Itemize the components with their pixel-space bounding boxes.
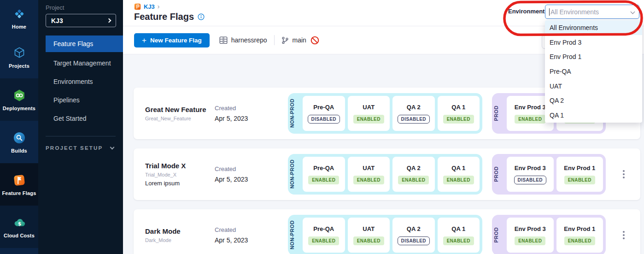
environment-card[interactable]: UAT ENABLED [348, 96, 390, 131]
cloud-costs-icon: $ [12, 216, 26, 230]
rail-item-feature-flags[interactable]: Feature Flags [0, 163, 38, 206]
environment-card[interactable]: QA 1 ENABLED [438, 218, 480, 253]
rail-item-home[interactable]: Home [0, 0, 38, 36]
rail-item-label: Cloud Costs [4, 233, 35, 238]
breadcrumb: KJ3 › [134, 3, 160, 10]
flag-id: Trial_Mode_X [145, 172, 186, 177]
prod-environments: PROD Env Prod 3 DISABLED Env Prod 1 ENAB… [492, 154, 606, 195]
module-rail: Home Projects Deployments Builds Feature… [0, 0, 38, 254]
environment-card[interactable]: Env Prod 1 ENABLED [556, 157, 603, 192]
info-icon[interactable] [198, 13, 205, 20]
branch-selector[interactable]: main [281, 36, 306, 44]
breadcrumb-project-link[interactable]: KJ3 [144, 3, 155, 10]
environment-state-badge: ENABLED [515, 236, 545, 245]
sidebar-item-pipelines[interactable]: Pipelines [46, 91, 123, 109]
environment-option[interactable]: Env Prod 3 [545, 35, 642, 50]
environment-name: Env Prod 3 [515, 104, 546, 111]
environment-card[interactable]: UAT ENABLED [348, 157, 390, 192]
environment-card[interactable]: Pre-QA ENABLED [303, 157, 345, 192]
repo-name: harnessrepo [231, 36, 267, 44]
environment-name: QA 1 [451, 165, 465, 171]
nonprod-section-label: NON-PROD [289, 220, 300, 249]
environment-option[interactable]: Env Prod 1 [545, 49, 642, 64]
environment-filter-label: Environment [508, 8, 544, 15]
environment-card[interactable]: Env Prod 3 DISABLED [507, 157, 554, 192]
environment-name: Pre-QA [313, 104, 334, 111]
nonprod-section-label: NON-PROD [289, 99, 300, 128]
project-nav-list: Feature Flags Target Management Environm… [38, 35, 123, 128]
created-label: Created [215, 105, 248, 112]
environment-state-badge: DISABLED [514, 176, 546, 184]
row-menu-button[interactable] [619, 228, 629, 242]
row-menu-button[interactable] [619, 167, 629, 181]
rail-item-builds[interactable]: Builds [0, 121, 38, 163]
new-feature-flag-button[interactable]: + New Feature Flag [134, 33, 210, 47]
prod-section-label: PROD [493, 106, 504, 121]
rail-item-projects[interactable]: Projects [0, 36, 38, 78]
environment-card[interactable]: QA 1 ENABLED [438, 96, 480, 131]
environment-card[interactable]: Pre-QA ENABLED [303, 218, 345, 253]
harness-ff-logo-icon [134, 3, 141, 10]
repo-selector[interactable]: harnessrepo [219, 36, 267, 44]
environment-state-badge: ENABLED [353, 176, 384, 184]
chevron-down-icon[interactable] [631, 10, 635, 14]
deployments-icon [12, 89, 26, 102]
environment-name: UAT [363, 165, 375, 171]
project-setup-toggle[interactable]: PROJECT SETUP [46, 145, 114, 151]
created-date: Apr 5, 2023 [215, 176, 248, 183]
environment-state-badge: ENABLED [443, 176, 474, 184]
flag-id: Dark_Mode [145, 237, 181, 243]
flag-name: Dark Mode [145, 227, 181, 235]
rail-item-cloud-costs[interactable]: $ Cloud Costs [0, 206, 38, 248]
environment-card[interactable]: QA 2 DISABLED [392, 96, 435, 131]
feature-flag-row[interactable]: Trial Mode X Trial_Mode_X Lorem ipsum Cr… [134, 148, 640, 200]
environment-card[interactable]: QA 2 ENABLED [392, 157, 435, 192]
environment-card[interactable]: QA 2 DISABLED [392, 218, 435, 253]
nonprod-environments: NON-PROD Pre-QA ENABLED UAT ENABLED QA 2… [288, 154, 482, 195]
sidebar-item-get-started[interactable]: Get Started [46, 109, 123, 128]
environment-name: QA 2 [407, 104, 421, 111]
environment-option[interactable]: Pre-QA [545, 64, 642, 79]
feature-flag-row[interactable]: Dark Mode Dark_Mode Created Apr 5, 2023 … [134, 209, 640, 254]
flag-info: Great New Feature Great_New_Feature [145, 106, 206, 121]
sidebar-item-environments[interactable]: Environments [46, 72, 123, 91]
svg-text:$: $ [18, 221, 21, 226]
environment-name: QA 1 [451, 225, 465, 232]
environment-state-badge: DISABLED [398, 115, 430, 124]
environment-card[interactable]: Env Prod 3 ENABLED [507, 218, 554, 253]
environment-card[interactable]: Env Prod 1 ENABLED [556, 218, 603, 253]
environment-state-badge: ENABLED [515, 115, 545, 124]
nonprod-section-label: NON-PROD [289, 159, 300, 189]
created-date: Apr 5, 2023 [215, 236, 248, 244]
environment-card[interactable]: QA 1 ENABLED [438, 157, 480, 192]
prod-section-label: PROD [493, 227, 504, 242]
project-selector[interactable]: KJ3 [46, 14, 116, 27]
environment-state-badge: ENABLED [564, 236, 595, 245]
environment-option[interactable]: UAT [545, 79, 642, 94]
no-entry-icon[interactable] [310, 36, 319, 45]
rail-item-label: Feature Flags [2, 190, 36, 196]
environment-state-badge: ENABLED [353, 115, 384, 124]
environment-state-badge: DISABLED [308, 115, 340, 124]
rail-item-deployments[interactable]: Deployments [0, 78, 38, 121]
sidebar-item-feature-flags[interactable]: Feature Flags [46, 35, 123, 52]
rail-item-label: Deployments [3, 106, 35, 111]
projects-icon [12, 46, 26, 60]
prod-section-label: PROD [493, 166, 504, 182]
environment-select-input[interactable]: All Environments [545, 5, 639, 19]
page-title: Feature Flags [134, 12, 194, 22]
environment-name: Pre-QA [313, 225, 334, 232]
environment-name: QA 2 [407, 225, 421, 232]
sidebar-item-target-management[interactable]: Target Management [46, 54, 123, 72]
project-sidebar: Project KJ3 Feature Flags Target Managem… [38, 0, 123, 254]
flag-name: Great New Feature [145, 106, 206, 113]
environment-card[interactable]: Pre-QA DISABLED [303, 96, 345, 131]
environment-card[interactable]: UAT ENABLED [348, 218, 390, 253]
environment-option[interactable]: QA 2 [545, 94, 642, 108]
flag-name: Trial Mode X [145, 162, 186, 170]
repository-icon [219, 36, 228, 44]
environment-option[interactable]: QA 1 [545, 108, 642, 123]
main-content: KJ3 › Feature Flags + New Feature Flag [123, 0, 644, 254]
environment-option[interactable]: All Environments [545, 20, 642, 35]
environment-state-badge: DISABLED [398, 236, 430, 245]
